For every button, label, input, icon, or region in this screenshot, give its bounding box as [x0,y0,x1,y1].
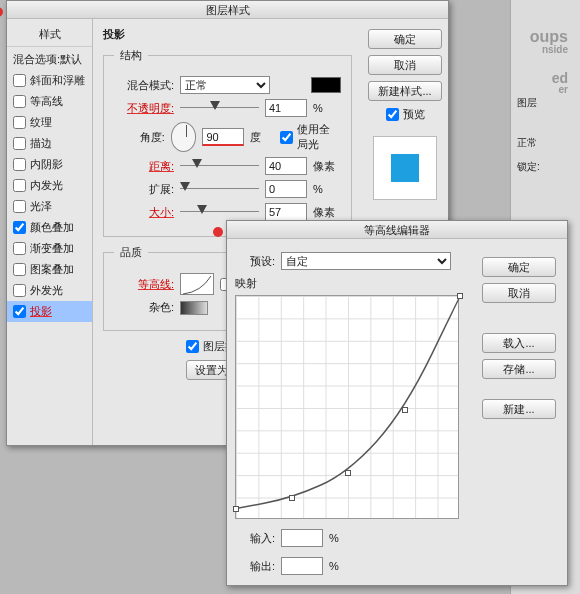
noise-swatch[interactable] [180,301,208,315]
curve-point[interactable] [457,293,463,299]
lock-label: 锁定: [517,160,540,174]
structure-fieldset: 结构 混合模式: 正常 不透明度: % 角度: 度 [103,48,352,237]
noise-label: 杂色: [114,300,174,315]
angle-knob[interactable] [171,122,197,152]
size-slider[interactable] [180,205,259,219]
curve-point[interactable] [289,495,295,501]
cancel-button[interactable]: 取消 [368,55,442,75]
style-item-7[interactable]: 颜色叠加 [7,217,92,238]
contour-swatch[interactable] [180,273,214,295]
style-item-0[interactable]: 斜面和浮雕 [7,70,92,91]
angle-input[interactable] [202,128,244,146]
style-item-1[interactable]: 等高线 [7,91,92,112]
opacity-label: 不透明度: [114,101,174,116]
ce-cancel-button[interactable]: 取消 [482,283,556,303]
ce-new-button[interactable]: 新建... [482,399,556,419]
output-label: 输出: [235,559,275,574]
preset-label: 预设: [235,254,275,269]
section-title: 投影 [103,27,352,42]
quality-legend: 品质 [114,245,148,260]
output-value[interactable] [281,557,323,575]
style-item-3[interactable]: 描边 [7,133,92,154]
blend-options[interactable]: 混合选项:默认 [7,49,92,70]
style-item-8[interactable]: 渐变叠加 [7,238,92,259]
style-item-9[interactable]: 图案叠加 [7,259,92,280]
opacity-slider[interactable] [180,101,259,115]
ce-save-button[interactable]: 存储... [482,359,556,379]
curve-point[interactable] [402,407,408,413]
size-input[interactable] [265,203,307,221]
contour-label: 等高线: [114,277,174,292]
angle-label: 角度: [114,130,165,145]
spread-input[interactable] [265,180,307,198]
style-item-6[interactable]: 光泽 [7,196,92,217]
distance-label: 距离: [114,159,174,174]
opacity-input[interactable] [265,99,307,117]
contour-editor-titlebar[interactable]: 等高线编辑器 [227,221,567,239]
contour-curve-grid[interactable] [235,295,459,519]
bg-text-4: er [559,84,568,95]
ce-ok-button[interactable]: 确定 [482,257,556,277]
ok-button[interactable]: 确定 [368,29,442,49]
structure-legend: 结构 [114,48,148,63]
global-light-checkbox[interactable]: 使用全局光 [280,122,341,152]
blend-mode: 正常 [517,136,537,150]
style-item-2[interactable]: 纹理 [7,112,92,133]
bg-text-2: nside [542,44,568,55]
preview-box [373,136,437,200]
input-value[interactable] [281,529,323,547]
style-item-5[interactable]: 内发光 [7,175,92,196]
shadow-color-swatch[interactable] [311,77,341,93]
preset-select[interactable]: 自定 [281,252,451,270]
distance-input[interactable] [265,157,307,175]
annotation-dot-icon [0,7,3,17]
spread-slider[interactable] [180,182,259,196]
size-label: 大小: [114,205,174,220]
annotation-dot-icon [213,227,223,237]
style-item-11[interactable]: 投影 [7,301,92,322]
preview-checkbox[interactable]: 预览 [386,107,425,122]
ce-load-button[interactable]: 载入... [482,333,556,353]
blend-mode-label: 混合模式: [114,78,174,93]
spread-label: 扩展: [114,182,174,197]
mapping-label: 映射 [235,276,479,291]
layer-style-titlebar[interactable]: 图层样式 [7,1,448,19]
new-style-button[interactable]: 新建样式... [368,81,442,101]
layers-tab[interactable]: 图层 [517,96,537,110]
styles-list: 样式 混合选项:默认 斜面和浮雕等高线纹理描边内阴影内发光光泽颜色叠加渐变叠加图… [7,19,93,445]
curve-point[interactable] [233,506,239,512]
curve-point[interactable] [345,470,351,476]
contour-editor-dialog: 等高线编辑器 预设: 自定 映射 输入: % 输出: % [226,220,568,586]
style-item-10[interactable]: 外发光 [7,280,92,301]
input-label: 输入: [235,531,275,546]
style-item-4[interactable]: 内阴影 [7,154,92,175]
distance-slider[interactable] [180,159,259,173]
styles-header: 样式 [7,23,92,47]
blend-mode-select[interactable]: 正常 [180,76,270,94]
